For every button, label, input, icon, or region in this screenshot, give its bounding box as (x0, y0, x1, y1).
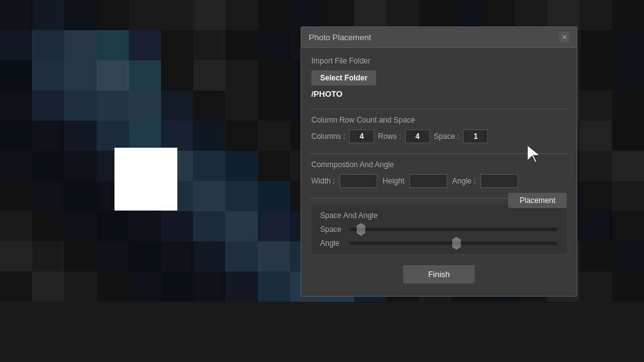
bg-cell (32, 211, 64, 241)
bg-cell (97, 90, 129, 121)
bg-cell (612, 90, 644, 121)
bg-cell (161, 60, 193, 90)
bg-cell (64, 272, 96, 302)
dialog-title-bar: Photo Placement ✕ (301, 27, 577, 48)
bg-cell (193, 211, 225, 241)
space-slider-label: Space (320, 225, 344, 234)
bg-cell (354, 0, 386, 30)
bg-cell (258, 60, 290, 90)
bg-cell (386, 0, 418, 30)
bg-cell (0, 151, 32, 181)
bg-cell (64, 241, 96, 272)
bg-cell (32, 30, 64, 60)
bg-cell (161, 90, 193, 121)
bg-cell (32, 90, 64, 121)
bg-cell (612, 181, 644, 211)
bg-cell (129, 272, 161, 302)
space-angle-title: Space And Angle (320, 211, 558, 220)
bg-cell (225, 121, 257, 151)
bg-cell (258, 181, 290, 211)
bg-cell (580, 60, 612, 90)
height-label: Height (382, 177, 404, 185)
bg-cell (580, 0, 612, 30)
bg-cell (32, 272, 64, 302)
bg-cell (225, 241, 257, 272)
space-slider-thumb[interactable] (357, 223, 365, 236)
bg-cell (612, 121, 644, 151)
bg-cell (547, 0, 579, 30)
bg-cell (32, 60, 64, 90)
bg-cell (580, 181, 612, 211)
bg-cell (612, 211, 644, 241)
bg-cell (612, 30, 644, 60)
placement-button[interactable]: Placement (508, 193, 567, 208)
columns-label: Columns : (311, 132, 345, 141)
rows-input[interactable] (405, 129, 430, 143)
bg-cell (193, 60, 225, 90)
divider-1 (311, 109, 567, 109)
bg-cell (161, 272, 193, 302)
bg-cell (97, 60, 129, 90)
space-angle-section: Space And Angle Space Angle (311, 205, 567, 254)
space-input[interactable] (463, 129, 488, 143)
bg-cell (0, 60, 32, 90)
bg-cell (97, 272, 129, 302)
bg-cell (225, 30, 257, 60)
space-slider-track[interactable] (350, 228, 558, 231)
angle-label: Angle : (452, 177, 475, 185)
angle-slider-thumb[interactable] (452, 237, 461, 250)
bg-cell (612, 272, 644, 302)
import-section-title: Import File Folder (311, 57, 567, 65)
bg-cell (0, 0, 32, 30)
dialog-title: Photo Placement (309, 33, 371, 42)
bg-cell (580, 211, 612, 241)
bg-cell (32, 241, 64, 272)
finish-button[interactable]: Finish (403, 265, 475, 283)
close-button[interactable]: ✕ (559, 32, 569, 42)
bg-cell (129, 211, 161, 241)
bg-cell (225, 60, 257, 90)
bg-cell (580, 90, 612, 121)
bg-cell (451, 0, 483, 30)
bg-cell (0, 121, 32, 151)
bg-cell (97, 30, 129, 60)
column-row-section: Column Row Count and Space Columns : Row… (311, 116, 567, 143)
bg-cell (32, 121, 64, 151)
height-input[interactable] (409, 174, 447, 188)
bg-cell (129, 0, 161, 30)
bg-cell (258, 30, 290, 60)
bg-cell (97, 211, 129, 241)
bg-cell (32, 181, 64, 211)
angle-input[interactable] (480, 174, 518, 188)
select-folder-button[interactable]: Select Folder (311, 70, 376, 85)
bg-cell (32, 0, 64, 30)
dialog-body: Import File Folder Select Folder /PHOTO … (301, 48, 577, 296)
bg-cell (193, 181, 225, 211)
bg-cell (161, 211, 193, 241)
rows-label: Rows : (378, 132, 401, 141)
bg-cell (161, 0, 193, 30)
bg-cell (612, 151, 644, 181)
bg-cell (64, 151, 96, 181)
bg-cell (580, 121, 612, 151)
bg-cell (612, 241, 644, 272)
bg-cell (580, 151, 612, 181)
bg-cell (129, 241, 161, 272)
width-input[interactable] (340, 174, 377, 188)
bg-cell (258, 121, 290, 151)
bg-cell (612, 0, 644, 30)
bg-cell (64, 181, 96, 211)
bg-cell (419, 0, 451, 30)
bg-cell (225, 181, 257, 211)
columns-input[interactable] (349, 129, 374, 143)
bg-cell (64, 211, 96, 241)
bg-cell (193, 241, 225, 272)
bg-cell (64, 121, 96, 151)
bg-cell (515, 0, 547, 30)
bg-cell (258, 90, 290, 121)
bg-cell (193, 30, 225, 60)
folder-path: /PHOTO (311, 89, 567, 99)
bg-cell (258, 241, 290, 272)
bg-cell (0, 30, 32, 60)
angle-slider-track[interactable] (350, 241, 558, 245)
